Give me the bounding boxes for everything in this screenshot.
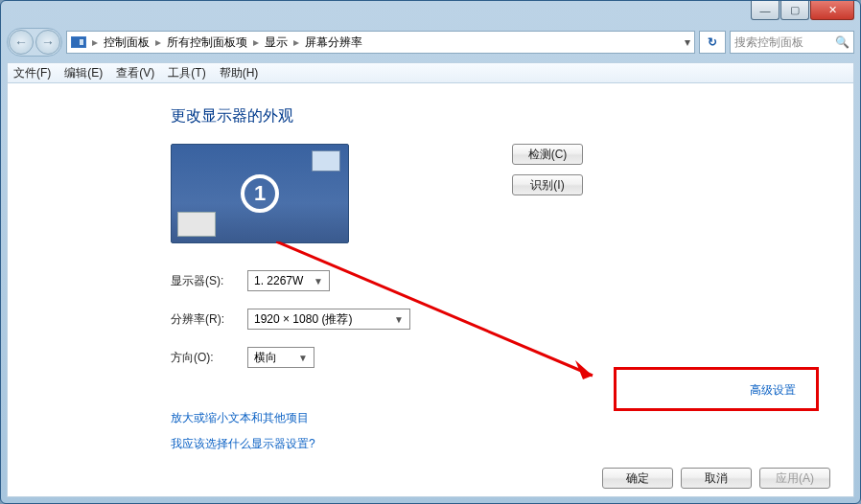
apply-button[interactable]: 应用(A): [759, 468, 830, 489]
control-panel-icon: [71, 36, 86, 48]
nav-back-button[interactable]: ←: [9, 30, 34, 55]
arrow-right-icon: →: [41, 34, 55, 50]
breadcrumb-item[interactable]: 所有控制面板项: [167, 34, 247, 51]
menu-edit[interactable]: 编辑(E): [64, 65, 103, 81]
orientation-value: 横向: [254, 350, 277, 366]
identify-button[interactable]: 识别(I): [512, 174, 583, 195]
resolution-label: 分辨率(R):: [171, 311, 247, 328]
search-icon: 🔍: [835, 35, 849, 49]
cancel-button[interactable]: 取消: [681, 468, 752, 489]
text-size-link[interactable]: 放大或缩小文本和其他项目: [171, 410, 815, 426]
menu-bar: 文件(F) 编辑(E) 查看(V) 工具(T) 帮助(H): [7, 62, 854, 83]
content-area: 更改显示器的外观 1 检测(C) 识别(I) 显示器(S): 1. 2267W …: [7, 83, 854, 497]
chevron-down-icon: ▼: [298, 353, 308, 363]
detect-button[interactable]: 检测(C): [512, 144, 583, 165]
menu-help[interactable]: 帮助(H): [220, 65, 259, 81]
which-settings-link[interactable]: 我应该选择什么显示器设置?: [171, 436, 815, 452]
ok-button[interactable]: 确定: [602, 468, 673, 489]
breadcrumb[interactable]: ▸ 控制面板 ▸ 所有控制面板项 ▸ 显示 ▸ 屏幕分辨率 ▾: [66, 31, 695, 54]
minimize-icon: —: [760, 5, 771, 16]
chevron-right-icon: ▸: [253, 35, 259, 49]
maximize-icon: ▢: [790, 4, 800, 16]
display-label: 显示器(S):: [171, 273, 247, 289]
refresh-button[interactable]: ↻: [699, 31, 726, 54]
chevron-right-icon: ▸: [155, 35, 161, 49]
nav-forward-button[interactable]: →: [35, 30, 60, 55]
minimize-button[interactable]: —: [751, 1, 780, 20]
arrow-left-icon: ←: [14, 34, 28, 50]
close-button[interactable]: ✕: [810, 1, 854, 20]
close-icon: ✕: [828, 4, 837, 16]
resolution-select[interactable]: 1920 × 1080 (推荐) ▼: [247, 309, 410, 330]
display-select[interactable]: 1. 2267W ▼: [247, 270, 330, 291]
refresh-icon: ↻: [708, 35, 717, 49]
orientation-select[interactable]: 横向 ▼: [247, 347, 314, 368]
secondary-window-icon: [312, 150, 340, 172]
search-placeholder: 搜索控制面板: [734, 34, 803, 51]
maximize-button[interactable]: ▢: [780, 1, 809, 20]
svg-marker-1: [575, 360, 593, 379]
orientation-label: 方向(O):: [171, 350, 247, 366]
breadcrumb-item[interactable]: 屏幕分辨率: [305, 34, 362, 51]
chevron-right-icon: ▸: [92, 35, 98, 49]
chevron-down-icon: ▼: [314, 276, 323, 286]
display-value: 1. 2267W: [254, 274, 303, 287]
monitor-number-badge: 1: [241, 174, 279, 213]
resolution-value: 1920 × 1080 (推荐): [254, 311, 352, 328]
menu-file[interactable]: 文件(F): [13, 65, 51, 81]
advanced-settings-link[interactable]: 高级设置: [750, 382, 796, 399]
chevron-right-icon: ▸: [293, 35, 299, 49]
chevron-down-icon[interactable]: ▾: [685, 35, 690, 49]
page-title: 更改显示器的外观: [171, 106, 815, 126]
taskbar-thumb-icon: [177, 212, 216, 237]
search-input[interactable]: 搜索控制面板 🔍: [730, 31, 854, 54]
breadcrumb-item[interactable]: 控制面板: [104, 34, 150, 51]
display-preview[interactable]: 1: [171, 144, 349, 243]
menu-view[interactable]: 查看(V): [116, 65, 154, 81]
breadcrumb-item[interactable]: 显示: [265, 34, 288, 51]
menu-tools[interactable]: 工具(T): [168, 65, 205, 81]
chevron-down-icon: ▼: [394, 314, 404, 325]
